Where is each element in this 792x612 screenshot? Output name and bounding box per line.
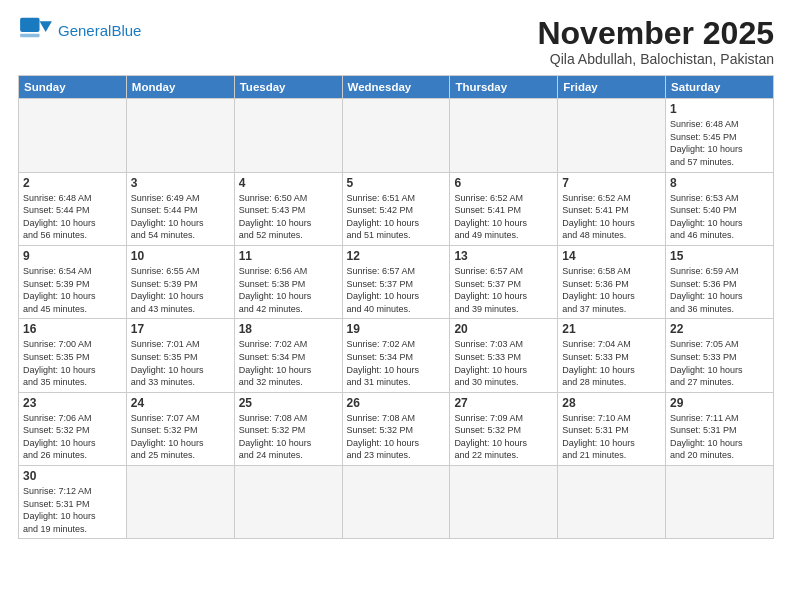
day-number: 18 <box>239 322 338 336</box>
calendar-day-cell: 3Sunrise: 6:49 AM Sunset: 5:44 PM Daylig… <box>126 172 234 245</box>
day-number: 13 <box>454 249 553 263</box>
calendar-week-3: 9Sunrise: 6:54 AM Sunset: 5:39 PM Daylig… <box>19 245 774 318</box>
day-number: 10 <box>131 249 230 263</box>
day-info: Sunrise: 6:58 AM Sunset: 5:36 PM Dayligh… <box>562 265 661 315</box>
calendar-day-cell <box>450 99 558 172</box>
svg-rect-0 <box>20 18 39 32</box>
svg-marker-1 <box>40 21 52 32</box>
calendar-day-cell: 26Sunrise: 7:08 AM Sunset: 5:32 PM Dayli… <box>342 392 450 465</box>
day-number: 16 <box>23 322 122 336</box>
day-number: 24 <box>131 396 230 410</box>
day-number: 21 <box>562 322 661 336</box>
day-info: Sunrise: 7:08 AM Sunset: 5:32 PM Dayligh… <box>347 412 446 462</box>
day-number: 19 <box>347 322 446 336</box>
month-title: November 2025 <box>537 16 774 51</box>
day-info: Sunrise: 7:07 AM Sunset: 5:32 PM Dayligh… <box>131 412 230 462</box>
day-info: Sunrise: 7:05 AM Sunset: 5:33 PM Dayligh… <box>670 338 769 388</box>
day-number: 12 <box>347 249 446 263</box>
day-number: 30 <box>23 469 122 483</box>
calendar-day-cell: 16Sunrise: 7:00 AM Sunset: 5:35 PM Dayli… <box>19 319 127 392</box>
calendar-day-cell: 27Sunrise: 7:09 AM Sunset: 5:32 PM Dayli… <box>450 392 558 465</box>
calendar-day-cell: 24Sunrise: 7:07 AM Sunset: 5:32 PM Dayli… <box>126 392 234 465</box>
calendar-day-cell <box>450 466 558 539</box>
day-info: Sunrise: 7:09 AM Sunset: 5:32 PM Dayligh… <box>454 412 553 462</box>
day-number: 4 <box>239 176 338 190</box>
day-number: 11 <box>239 249 338 263</box>
day-info: Sunrise: 7:06 AM Sunset: 5:32 PM Dayligh… <box>23 412 122 462</box>
day-number: 5 <box>347 176 446 190</box>
day-info: Sunrise: 7:11 AM Sunset: 5:31 PM Dayligh… <box>670 412 769 462</box>
day-info: Sunrise: 6:56 AM Sunset: 5:38 PM Dayligh… <box>239 265 338 315</box>
calendar-day-cell <box>234 466 342 539</box>
day-number: 17 <box>131 322 230 336</box>
calendar-day-cell <box>342 99 450 172</box>
day-info: Sunrise: 7:02 AM Sunset: 5:34 PM Dayligh… <box>239 338 338 388</box>
calendar-day-cell: 11Sunrise: 6:56 AM Sunset: 5:38 PM Dayli… <box>234 245 342 318</box>
day-number: 28 <box>562 396 661 410</box>
weekday-header-sunday: Sunday <box>19 76 127 99</box>
weekday-header-row: SundayMondayTuesdayWednesdayThursdayFrid… <box>19 76 774 99</box>
day-number: 3 <box>131 176 230 190</box>
day-info: Sunrise: 6:52 AM Sunset: 5:41 PM Dayligh… <box>562 192 661 242</box>
calendar-day-cell: 7Sunrise: 6:52 AM Sunset: 5:41 PM Daylig… <box>558 172 666 245</box>
day-info: Sunrise: 6:57 AM Sunset: 5:37 PM Dayligh… <box>454 265 553 315</box>
logo-text: GeneralBlue <box>58 22 141 40</box>
day-number: 6 <box>454 176 553 190</box>
calendar-day-cell: 19Sunrise: 7:02 AM Sunset: 5:34 PM Dayli… <box>342 319 450 392</box>
day-info: Sunrise: 6:51 AM Sunset: 5:42 PM Dayligh… <box>347 192 446 242</box>
day-info: Sunrise: 7:10 AM Sunset: 5:31 PM Dayligh… <box>562 412 661 462</box>
calendar-day-cell: 17Sunrise: 7:01 AM Sunset: 5:35 PM Dayli… <box>126 319 234 392</box>
day-info: Sunrise: 6:48 AM Sunset: 5:45 PM Dayligh… <box>670 118 769 168</box>
calendar-day-cell: 30Sunrise: 7:12 AM Sunset: 5:31 PM Dayli… <box>19 466 127 539</box>
day-info: Sunrise: 7:01 AM Sunset: 5:35 PM Dayligh… <box>131 338 230 388</box>
calendar-day-cell: 20Sunrise: 7:03 AM Sunset: 5:33 PM Dayli… <box>450 319 558 392</box>
calendar-day-cell: 18Sunrise: 7:02 AM Sunset: 5:34 PM Dayli… <box>234 319 342 392</box>
day-info: Sunrise: 7:03 AM Sunset: 5:33 PM Dayligh… <box>454 338 553 388</box>
day-info: Sunrise: 7:00 AM Sunset: 5:35 PM Dayligh… <box>23 338 122 388</box>
calendar-day-cell <box>558 466 666 539</box>
calendar-day-cell <box>666 466 774 539</box>
day-info: Sunrise: 6:50 AM Sunset: 5:43 PM Dayligh… <box>239 192 338 242</box>
calendar-week-5: 23Sunrise: 7:06 AM Sunset: 5:32 PM Dayli… <box>19 392 774 465</box>
weekday-header-friday: Friday <box>558 76 666 99</box>
calendar-day-cell: 25Sunrise: 7:08 AM Sunset: 5:32 PM Dayli… <box>234 392 342 465</box>
day-info: Sunrise: 6:59 AM Sunset: 5:36 PM Dayligh… <box>670 265 769 315</box>
day-number: 2 <box>23 176 122 190</box>
weekday-header-monday: Monday <box>126 76 234 99</box>
calendar-day-cell: 4Sunrise: 6:50 AM Sunset: 5:43 PM Daylig… <box>234 172 342 245</box>
calendar-day-cell <box>126 99 234 172</box>
calendar-week-1: 1Sunrise: 6:48 AM Sunset: 5:45 PM Daylig… <box>19 99 774 172</box>
day-number: 22 <box>670 322 769 336</box>
day-info: Sunrise: 7:04 AM Sunset: 5:33 PM Dayligh… <box>562 338 661 388</box>
calendar-day-cell: 2Sunrise: 6:48 AM Sunset: 5:44 PM Daylig… <box>19 172 127 245</box>
day-info: Sunrise: 6:55 AM Sunset: 5:39 PM Dayligh… <box>131 265 230 315</box>
calendar-day-cell: 21Sunrise: 7:04 AM Sunset: 5:33 PM Dayli… <box>558 319 666 392</box>
weekday-header-saturday: Saturday <box>666 76 774 99</box>
calendar-day-cell: 1Sunrise: 6:48 AM Sunset: 5:45 PM Daylig… <box>666 99 774 172</box>
svg-rect-2 <box>20 34 39 38</box>
calendar-day-cell: 8Sunrise: 6:53 AM Sunset: 5:40 PM Daylig… <box>666 172 774 245</box>
day-info: Sunrise: 6:57 AM Sunset: 5:37 PM Dayligh… <box>347 265 446 315</box>
calendar-day-cell <box>342 466 450 539</box>
day-info: Sunrise: 6:48 AM Sunset: 5:44 PM Dayligh… <box>23 192 122 242</box>
calendar-week-4: 16Sunrise: 7:00 AM Sunset: 5:35 PM Dayli… <box>19 319 774 392</box>
calendar-day-cell: 29Sunrise: 7:11 AM Sunset: 5:31 PM Dayli… <box>666 392 774 465</box>
calendar-week-6: 30Sunrise: 7:12 AM Sunset: 5:31 PM Dayli… <box>19 466 774 539</box>
day-number: 25 <box>239 396 338 410</box>
calendar-day-cell: 14Sunrise: 6:58 AM Sunset: 5:36 PM Dayli… <box>558 245 666 318</box>
logo-general: General <box>58 22 111 39</box>
logo-blue: Blue <box>111 22 141 39</box>
day-number: 1 <box>670 102 769 116</box>
calendar-day-cell: 15Sunrise: 6:59 AM Sunset: 5:36 PM Dayli… <box>666 245 774 318</box>
day-number: 29 <box>670 396 769 410</box>
day-number: 20 <box>454 322 553 336</box>
calendar-day-cell <box>558 99 666 172</box>
calendar-day-cell: 5Sunrise: 6:51 AM Sunset: 5:42 PM Daylig… <box>342 172 450 245</box>
calendar-day-cell: 12Sunrise: 6:57 AM Sunset: 5:37 PM Dayli… <box>342 245 450 318</box>
subtitle: Qila Abdullah, Balochistan, Pakistan <box>537 51 774 67</box>
calendar-day-cell: 28Sunrise: 7:10 AM Sunset: 5:31 PM Dayli… <box>558 392 666 465</box>
day-number: 26 <box>347 396 446 410</box>
weekday-header-wednesday: Wednesday <box>342 76 450 99</box>
day-info: Sunrise: 6:52 AM Sunset: 5:41 PM Dayligh… <box>454 192 553 242</box>
calendar-day-cell <box>234 99 342 172</box>
